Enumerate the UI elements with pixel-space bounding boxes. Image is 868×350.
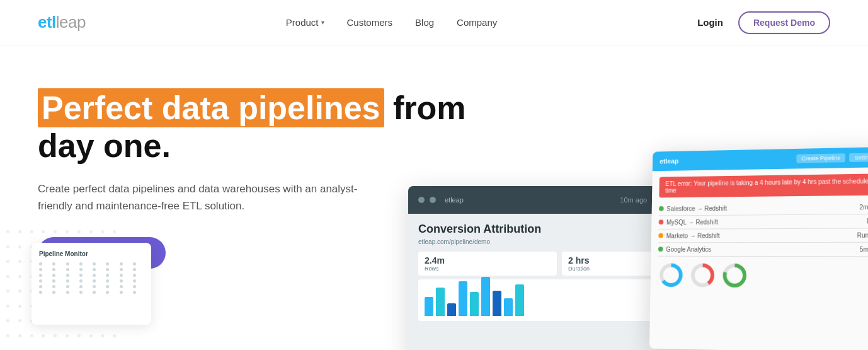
ss2-pipeline-row: Google Analytics 5m ago: [658, 243, 868, 257]
logo[interactable]: etl leap: [38, 13, 86, 32]
nav-customers[interactable]: Customers: [347, 17, 393, 28]
ss2-body: ETL error: Your pipeline is taking a 4 h…: [649, 167, 868, 350]
product-link[interactable]: Product ▾: [286, 17, 324, 28]
ss-dot-1: [418, 197, 425, 203]
navbar: etl leap Product ▾ Customers Blog Compan…: [0, 0, 868, 45]
ss2-pipeline-list: Salesforce → Redshift 2m agoMySQL → Reds…: [658, 201, 868, 257]
ss-timer-ago: 10m ago: [620, 196, 647, 204]
screenshot-second: etleap Create Pipeline Settings ETL erro…: [649, 147, 868, 350]
ss-card-rows: 2.4m Rows: [418, 252, 557, 276]
nav-blog[interactable]: Blog: [415, 17, 434, 28]
chevron-down-icon: ▾: [321, 19, 324, 26]
nav-right: Login Request Demo: [697, 11, 830, 34]
headline-highlight: Perfect data pipelines: [38, 88, 384, 127]
ss2-pipeline-row: Marketo → Redshift Running: [658, 228, 868, 243]
ss-header-text: etleap: [445, 196, 464, 204]
donut-chart-1: [658, 262, 685, 289]
hero-subtext: Create perfect data pipelines and data w…: [38, 180, 365, 214]
ss2-alert: ETL error: Your pipeline is taking a 4 h…: [659, 173, 868, 197]
ss2-pipeline-row: Salesforce → Redshift 2m ago: [659, 201, 868, 216]
ss2-donut-row: [658, 262, 868, 291]
customers-link[interactable]: Customers: [347, 17, 393, 28]
login-link[interactable]: Login: [697, 17, 723, 28]
screenshots-area: etleap 10m ago 45s WAIT Conversion Attri…: [408, 148, 868, 350]
hero-section: Pipeline Monitor Perfect data pipelines …: [0, 45, 868, 350]
nav-company[interactable]: Company: [457, 17, 497, 28]
ss-dot-2: [430, 197, 436, 203]
left-card-dots: [39, 262, 144, 294]
left-card-title: Pipeline Monitor: [39, 250, 144, 257]
ss2-logo: etleap: [660, 157, 678, 165]
ss2-pipeline-row: MySQL → Redshift Error: [659, 214, 868, 230]
request-demo-nav-button[interactable]: Request Demo: [738, 11, 830, 34]
ss2-create-btn[interactable]: Create Pipeline: [796, 153, 845, 163]
ss2-settings-btn[interactable]: Settings: [850, 153, 868, 162]
left-card: Pipeline Monitor: [31, 243, 151, 325]
ss2-top-actions: Create Pipeline Settings: [796, 153, 868, 163]
donut-chart-3: [721, 262, 748, 289]
logo-etl: etl: [38, 13, 56, 32]
donut-chart-2: [689, 262, 716, 289]
nav-product[interactable]: Product ▾: [286, 17, 324, 28]
logo-leap: leap: [56, 13, 86, 32]
nav-links: Product ▾ Customers Blog Company: [286, 17, 497, 28]
blog-link[interactable]: Blog: [415, 17, 434, 28]
company-link[interactable]: Company: [457, 17, 497, 28]
